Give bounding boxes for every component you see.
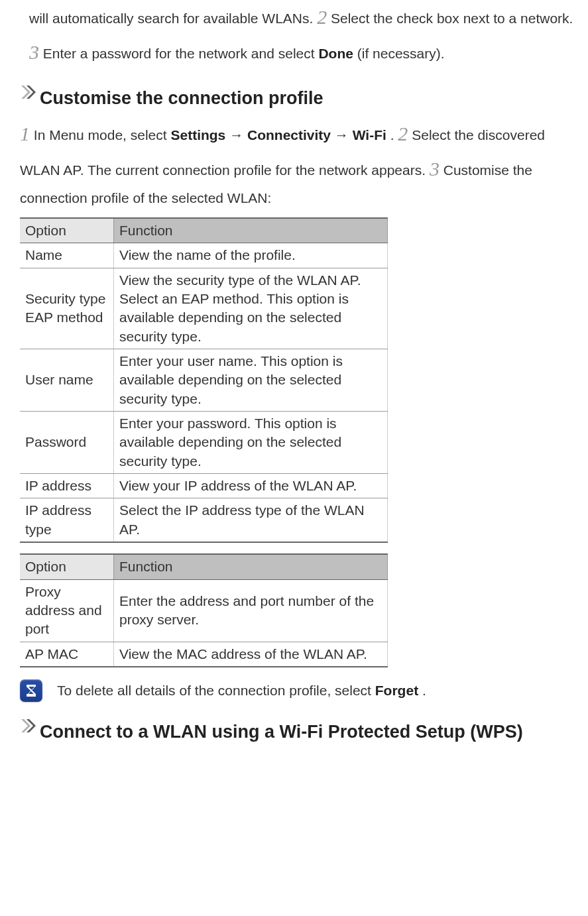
table-row: IP addressView your IP address of the WL… <box>20 474 388 498</box>
intro-text-post3b: (if necessary). <box>357 46 445 61</box>
intro-text-post3a: Enter a password for the network and sel… <box>43 46 319 61</box>
forget-label: Forget <box>375 683 418 698</box>
note-text: To delete all details of the connection … <box>57 681 426 700</box>
td-option: AP MAC <box>20 642 114 667</box>
table-row: Proxy address and portEnter the address … <box>20 579 388 642</box>
td-option: Password <box>20 412 114 474</box>
heading-wps-text: Connect to a WLAN using a Wi-Fi Protecte… <box>40 722 523 742</box>
td-function: Enter your password. This option is avai… <box>114 412 388 474</box>
note-text-b: . <box>422 683 426 698</box>
c-text-1a: In Menu mode, select <box>34 127 171 143</box>
heading-customise-text: Customise the connection profile <box>40 88 323 108</box>
intro-text-pre2: will automatically search for available … <box>29 11 317 26</box>
td-option: IP address <box>20 474 114 498</box>
step-number-c3: 3 <box>430 158 440 180</box>
td-function: View the security type of the WLAN AP. S… <box>114 268 388 349</box>
menu-settings: Settings <box>170 127 225 143</box>
th-function: Function <box>114 554 388 579</box>
menu-connectivity: Connectivity <box>247 127 331 143</box>
td-option: IP address type <box>20 498 114 542</box>
table-row: IP address typeSelect the IP address typ… <box>20 498 388 542</box>
table-header-row: Option Function <box>20 218 388 243</box>
td-option: Security type EAP method <box>20 268 114 349</box>
th-option: Option <box>20 554 114 579</box>
table-row: User nameEnter your user name. This opti… <box>20 349 388 412</box>
td-option: User name <box>20 349 114 412</box>
step-number-3: 3 <box>29 41 39 63</box>
options-table-1: Option Function NameView the name of the… <box>20 217 388 543</box>
intro-paragraph: will automatically search for available … <box>29 0 573 70</box>
td-option: Name <box>20 243 114 268</box>
heading-wps: Connect to a WLAN using a Wi-Fi Protecte… <box>20 716 573 748</box>
c-text-1b: . <box>390 127 398 143</box>
td-function: Select the IP address type of the WLAN A… <box>114 498 388 542</box>
step-number-2: 2 <box>317 6 327 28</box>
table-header-row: Option Function <box>20 554 388 579</box>
arrow-2: → <box>335 127 349 143</box>
table-row: Security type EAP methodView the securit… <box>20 268 388 349</box>
intro-text-post2: Select the check box next to a network. <box>331 11 573 26</box>
td-option: Proxy address and port <box>20 579 114 642</box>
table-row: AP MACView the MAC address of the WLAN A… <box>20 642 388 667</box>
note-block: To delete all details of the connection … <box>20 679 573 702</box>
td-function: View the MAC address of the WLAN AP. <box>114 642 388 667</box>
heading-customise: Customise the connection profile <box>20 83 573 114</box>
td-function: View the name of the profile. <box>114 243 388 268</box>
done-label: Done <box>318 46 353 61</box>
arrow-1: → <box>229 127 243 143</box>
menu-wifi: Wi-Fi <box>353 127 386 143</box>
table-row: NameView the name of the profile. <box>20 243 388 268</box>
chevron-icon <box>20 718 38 736</box>
step-number-c2: 2 <box>398 123 408 144</box>
td-function: Enter the address and port number of the… <box>114 579 388 642</box>
note-text-a: To delete all details of the connection … <box>57 683 375 698</box>
th-option: Option <box>20 218 114 243</box>
options-table-2: Option Function Proxy address and portEn… <box>20 553 388 667</box>
customise-paragraph: 1 In Menu mode, select Settings → Connec… <box>20 117 573 211</box>
chevron-icon <box>20 84 38 103</box>
td-function: Enter your user name. This option is ava… <box>114 349 388 412</box>
th-function: Function <box>114 218 388 243</box>
step-number-c1: 1 <box>20 123 30 144</box>
table-row: PasswordEnter your password. This option… <box>20 412 388 474</box>
td-function: View your IP address of the WLAN AP. <box>114 474 388 498</box>
note-icon <box>20 679 42 702</box>
